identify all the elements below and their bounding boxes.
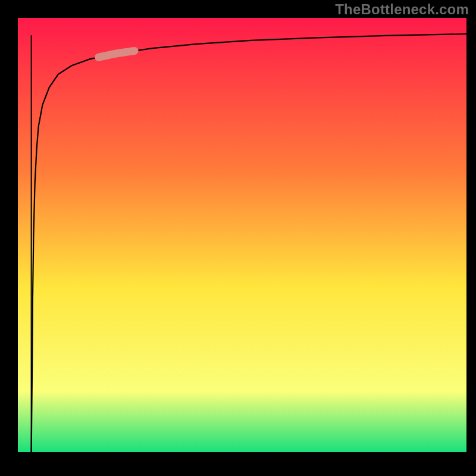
chart-stage: TheBottleneck.com [0, 0, 476, 476]
watermark-text: TheBottleneck.com [335, 1, 469, 18]
chart-svg [0, 0, 476, 476]
plot-background [18, 18, 466, 452]
